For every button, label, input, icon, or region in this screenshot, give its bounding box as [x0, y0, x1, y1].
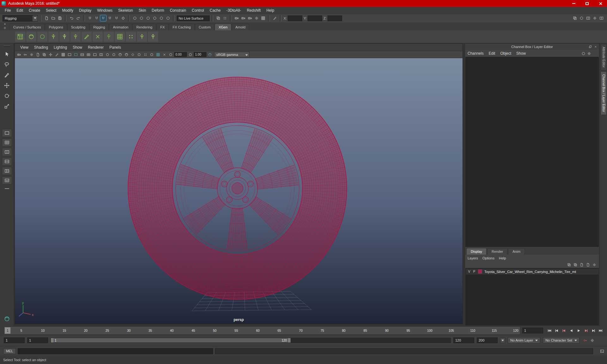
menu-show[interactable]: Show [516, 51, 526, 56]
statusline-divider[interactable] [280, 15, 282, 21]
toggle-humanik-icon[interactable] [579, 15, 585, 21]
close-button[interactable] [594, 0, 607, 7]
step-back-frame-button[interactable] [554, 327, 560, 334]
shelf-tab-curves-surfaces[interactable]: Curves / Surfaces [9, 24, 45, 30]
input-output-connections-icon[interactable] [145, 15, 151, 21]
statusline-divider[interactable] [128, 15, 130, 21]
select-by-hierarchy-icon[interactable] [215, 15, 221, 21]
range-slider-block[interactable]: 1 120 [51, 338, 291, 343]
step-back-key-button[interactable] [561, 327, 567, 334]
isolate-select-icon[interactable] [162, 52, 167, 57]
script-editor-icon[interactable] [599, 348, 605, 354]
shelf-tab-sculpting[interactable]: Sculpting [67, 24, 89, 30]
safe-title-icon[interactable] [98, 52, 104, 57]
statusline-divider[interactable] [268, 15, 270, 21]
shelf-tab-rendering[interactable]: Rendering [132, 24, 156, 30]
trim-guides-icon[interactable] [93, 32, 103, 42]
2d-pan-zoom-icon[interactable] [48, 52, 53, 57]
safe-action-icon[interactable] [92, 52, 98, 57]
playback-options-dropdown[interactable] [500, 337, 505, 343]
layout-single-pane-button[interactable] [2, 129, 12, 137]
menu-edit-channels[interactable]: Edit [489, 51, 495, 56]
undo-icon[interactable] [69, 15, 75, 21]
layout-two-pane-side-button[interactable] [2, 148, 12, 156]
new-scene-icon[interactable] [44, 15, 50, 21]
gamma-field[interactable] [194, 52, 206, 57]
go-to-start-button[interactable] [546, 327, 553, 334]
panel-menu-panels[interactable]: Panels [107, 45, 124, 50]
menu-display[interactable]: Display [76, 8, 94, 13]
lock-camera-icon[interactable] [22, 52, 28, 57]
current-time-indicator[interactable]: 1 [5, 327, 10, 334]
paint-selection-tool-icon[interactable] [2, 70, 12, 80]
layer-row[interactable]: V P Toyota_Silver_Car_Wheel_Rim_Carrying… [466, 269, 598, 275]
xgen-editor-icon[interactable] [15, 32, 25, 42]
live-surface-field[interactable] [177, 15, 210, 21]
play-forwards-button[interactable] [575, 327, 582, 334]
menu-layers[interactable]: Layers [468, 256, 478, 260]
exposure-icon[interactable] [168, 52, 174, 57]
panel-menu-shading[interactable]: Shading [31, 45, 51, 50]
toggle-tool-settings-icon[interactable] [592, 15, 598, 21]
panel-menu-lighting[interactable]: Lighting [51, 45, 70, 50]
grease-pencil-icon[interactable] [54, 52, 60, 57]
shaded-display-icon[interactable] [117, 52, 123, 57]
range-start-handle[interactable] [51, 338, 53, 343]
shelf-tab-arnold[interactable]: Arnold [232, 24, 249, 30]
select-camera-icon[interactable] [16, 52, 22, 57]
camera-attributes-icon[interactable] [29, 52, 34, 57]
animation-start-field[interactable] [4, 337, 25, 343]
shelf-options-icon[interactable] [3, 26, 7, 29]
menu-redshift[interactable]: Redshift [244, 8, 264, 13]
command-result-field[interactable] [215, 348, 593, 354]
toggle-channel-box-icon[interactable] [598, 15, 604, 21]
shelf-tab-polygons[interactable]: Polygons [45, 24, 67, 30]
save-scene-icon[interactable] [57, 15, 63, 21]
snap-to-projected-center-icon[interactable] [107, 15, 113, 21]
guide-curve-icon[interactable] [71, 32, 81, 42]
x-coord-field[interactable] [288, 15, 302, 21]
comb-guides-icon[interactable] [82, 32, 92, 42]
grass-add-icon[interactable] [59, 32, 70, 42]
select-tool-icon[interactable] [2, 49, 12, 59]
redo-icon[interactable] [75, 15, 81, 21]
create-empty-layer-icon[interactable] [579, 262, 585, 268]
tab-render[interactable]: Render [487, 248, 507, 255]
move-tool-icon[interactable] [2, 81, 12, 90]
menu-modify[interactable]: Modify [59, 8, 76, 13]
multisample-aa-icon[interactable] [155, 52, 161, 57]
play-backwards-button[interactable] [568, 327, 575, 334]
highlight-selection-mode-icon[interactable] [158, 15, 164, 21]
step-forward-frame-button[interactable] [590, 327, 597, 334]
y-coord-field[interactable] [308, 15, 322, 21]
toolbox-grip[interactable] [4, 45, 10, 47]
tab-display[interactable]: Display [466, 248, 487, 255]
menu-skin[interactable]: Skin [136, 8, 149, 13]
make-object-live-icon[interactable] [120, 15, 126, 21]
clump-map-icon[interactable] [137, 32, 147, 42]
animation-end-field[interactable] [477, 337, 498, 343]
menu-help[interactable]: Help [264, 8, 277, 13]
maya-toolbox-logo-icon[interactable] [3, 315, 11, 323]
layout-three-pane-button[interactable] [2, 167, 12, 175]
field-chart-icon[interactable] [86, 52, 91, 57]
menu-cache[interactable]: Cache [207, 8, 224, 13]
menu-layers-help[interactable]: Help [499, 256, 506, 260]
layer-color-swatch[interactable] [478, 270, 482, 274]
input-to-selected-icon[interactable] [132, 15, 138, 21]
output-from-selected-icon[interactable] [138, 15, 144, 21]
statusline-divider[interactable] [65, 15, 67, 21]
layout-outliner-persp-button[interactable] [2, 176, 12, 185]
wireframe-display-icon[interactable] [111, 52, 117, 57]
grass-clump-icon[interactable] [48, 32, 58, 42]
step-forward-key-button[interactable] [583, 327, 589, 334]
panel-header[interactable]: Channel Box / Layer Editor [465, 44, 599, 50]
statusline-divider[interactable] [230, 15, 232, 21]
range-end-handle[interactable] [288, 338, 291, 343]
snap-to-view-planes-icon[interactable] [113, 15, 120, 21]
open-scene-icon[interactable] [50, 15, 56, 21]
z-coord-field[interactable] [328, 15, 342, 21]
view-transform-icon[interactable] [207, 52, 213, 57]
gamma-icon[interactable] [187, 52, 193, 57]
menu-edit[interactable]: Edit [14, 8, 26, 13]
